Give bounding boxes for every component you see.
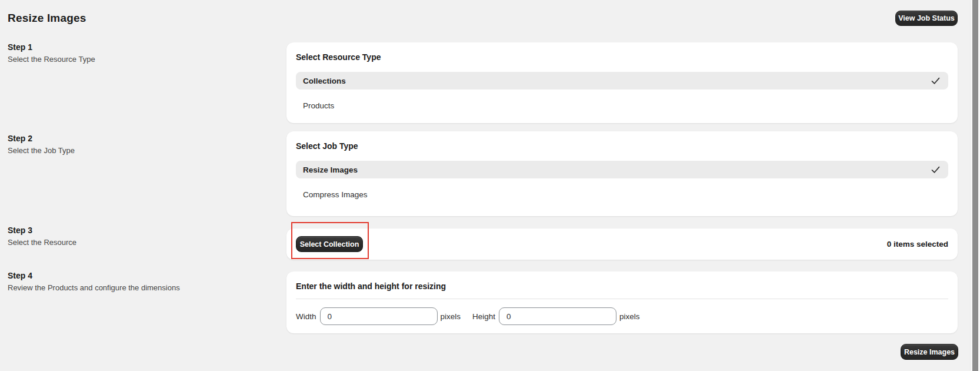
- step-description: Review the Products and configure the di…: [8, 283, 266, 292]
- step-title: Step 3: [8, 226, 266, 235]
- option-label: Resize Images: [303, 165, 358, 174]
- step-description: Select the Job Type: [8, 146, 266, 155]
- option-label: Products: [303, 101, 334, 110]
- dimensions-card-title: Enter the width and height for resizing: [296, 281, 948, 292]
- resize-images-page: Resize Images View Job Status Step 1 Sel…: [0, 0, 980, 371]
- page-title: Resize Images: [8, 12, 86, 25]
- view-job-status-button[interactable]: View Job Status: [895, 11, 958, 26]
- option-products[interactable]: Products: [296, 97, 948, 114]
- job-type-card: Select Job Type Resize Images Compress I…: [286, 131, 958, 216]
- resource-type-card: Select Resource Type Collections Product…: [286, 42, 958, 123]
- dimensions-card: Enter the width and height for resizing …: [286, 271, 958, 333]
- checkmark-icon: [931, 166, 940, 174]
- option-label: Compress Images: [303, 190, 368, 199]
- option-resize-images[interactable]: Resize Images: [296, 161, 948, 178]
- step-title: Step 2: [8, 134, 266, 143]
- resource-selection-card: Select Collection 0 items selected: [286, 228, 958, 260]
- width-label: Width: [296, 312, 316, 321]
- option-label: Collections: [303, 77, 346, 85]
- job-type-card-title: Select Job Type: [296, 141, 948, 152]
- scrollbar-thumb[interactable]: [972, 0, 978, 371]
- height-unit-label: pixels: [619, 312, 640, 321]
- select-collection-button[interactable]: Select Collection: [296, 236, 363, 252]
- checkmark-icon: [931, 77, 940, 85]
- height-input[interactable]: [499, 307, 616, 325]
- height-label: Height: [472, 312, 495, 321]
- option-compress-images[interactable]: Compress Images: [296, 186, 948, 203]
- dimensions-row: Width pixels Height pixels: [296, 307, 948, 325]
- resource-type-card-title: Select Resource Type: [296, 52, 948, 63]
- step-title: Step 4: [8, 271, 266, 280]
- resize-images-button[interactable]: Resize Images: [901, 344, 958, 360]
- items-selected-status: 0 items selected: [887, 240, 948, 249]
- step-description: Select the Resource: [8, 238, 266, 247]
- step-1-block: Step 1 Select the Resource Type: [8, 42, 266, 64]
- option-collections[interactable]: Collections: [296, 72, 948, 90]
- step-4-block: Step 4 Review the Products and configure…: [8, 271, 266, 292]
- step-title: Step 1: [8, 42, 266, 52]
- step-description: Select the Resource Type: [8, 55, 266, 64]
- width-unit-label: pixels: [441, 312, 461, 321]
- width-input[interactable]: [320, 307, 438, 325]
- scrollbar-track[interactable]: [970, 0, 980, 371]
- step-3-block: Step 3 Select the Resource: [8, 226, 266, 247]
- step-2-block: Step 2 Select the Job Type: [8, 134, 266, 155]
